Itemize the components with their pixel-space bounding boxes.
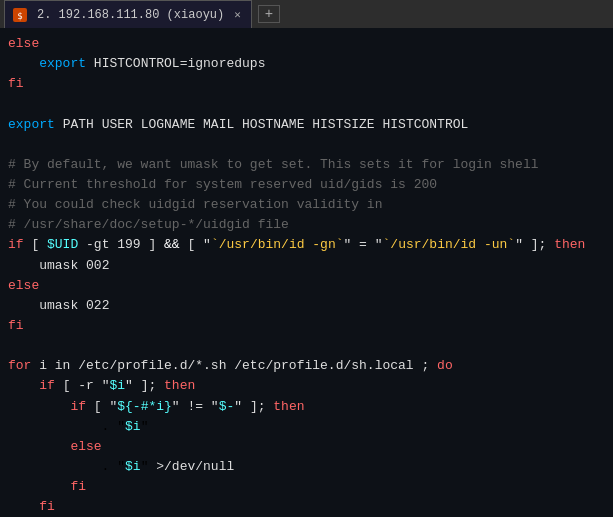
- terminal-icon: $: [11, 6, 29, 24]
- line-1: else: [8, 34, 605, 54]
- line-20: . "$i": [8, 417, 605, 437]
- line-11: if [ $UID -gt 199 ] && [ "`/usr/bin/id -…: [8, 235, 605, 255]
- new-tab-button[interactable]: +: [258, 5, 280, 23]
- line-21: else: [8, 437, 605, 457]
- line-8: # Current threshold for system reserved …: [8, 175, 605, 195]
- line-3: fi: [8, 74, 605, 94]
- tab-close-button[interactable]: ✕: [234, 8, 241, 21]
- line-10: # /usr/share/doc/setup-*/uidgid file: [8, 215, 605, 235]
- line-5: export PATH USER LOGNAME MAIL HOSTNAME H…: [8, 115, 605, 135]
- active-tab[interactable]: $ 2. 192.168.111.80 (xiaoyu) ✕: [4, 0, 252, 28]
- line-6: [8, 135, 605, 155]
- line-22: . "$i" >/dev/null: [8, 457, 605, 477]
- title-bar: $ 2. 192.168.111.80 (xiaoyu) ✕ +: [0, 0, 613, 28]
- line-17: for i in /etc/profile.d/*.sh /etc/profil…: [8, 356, 605, 376]
- tab-label: 2. 192.168.111.80 (xiaoyu): [37, 8, 224, 22]
- line-23: fi: [8, 477, 605, 497]
- line-16: [8, 336, 605, 356]
- svg-text:$: $: [17, 11, 22, 21]
- line-18: if [ -r "$i" ]; then: [8, 376, 605, 396]
- line-9: # You could check uidgid reservation val…: [8, 195, 605, 215]
- line-24: fi: [8, 497, 605, 517]
- line-12: umask 002: [8, 256, 605, 276]
- line-15: fi: [8, 316, 605, 336]
- line-14: umask 022: [8, 296, 605, 316]
- line-2: export HISTCONTROL=ignoredups: [8, 54, 605, 74]
- terminal-body: else export HISTCONTROL=ignoredups fi ex…: [0, 28, 613, 517]
- line-7: # By default, we want umask to get set. …: [8, 155, 605, 175]
- line-4: [8, 94, 605, 114]
- line-13: else: [8, 276, 605, 296]
- line-19: if [ "${-#*i}" != "$-" ]; then: [8, 397, 605, 417]
